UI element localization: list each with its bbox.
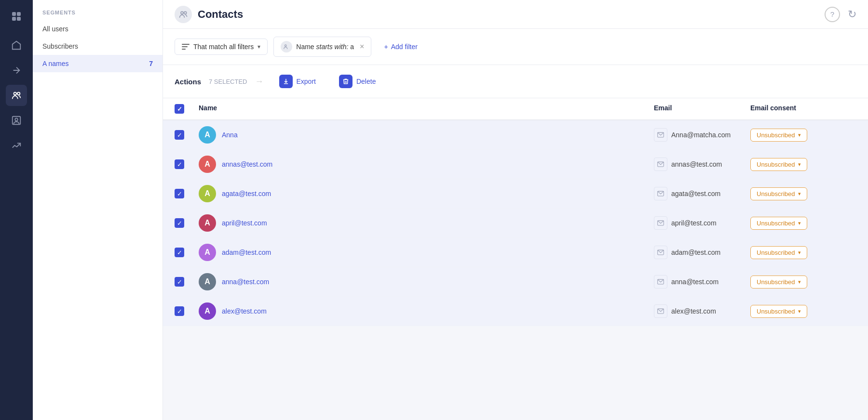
page-title: Contacts: [198, 8, 243, 21]
email-mini-icon-6[interactable]: [654, 275, 667, 289]
contact-name-4[interactable]: april@test.com: [222, 219, 267, 227]
consent-chevron-7: ▾: [798, 308, 801, 315]
consent-badge-6[interactable]: Unsubscribed ▾: [750, 276, 807, 289]
consent-badge-1[interactable]: Unsubscribed ▾: [750, 129, 807, 142]
email-cell-1: Anna@matcha.com: [654, 128, 750, 142]
table-row: ✓ A adam@test.com adam@test.com Unsubscr…: [163, 238, 868, 267]
nav-icon-contact-detail[interactable]: [6, 110, 27, 131]
export-button[interactable]: Export: [271, 71, 324, 92]
consent-chevron-4: ▾: [798, 220, 801, 226]
add-filter-label: Add filter: [391, 43, 418, 51]
nav-icon-home[interactable]: [6, 35, 27, 56]
col-email: Email: [654, 104, 750, 114]
filter-match-dropdown[interactable]: That match all filters ▾: [175, 39, 268, 55]
consent-label-5: Unsubscribed: [757, 249, 795, 256]
contact-name-1[interactable]: Anna: [222, 131, 238, 139]
email-mini-icon-2[interactable]: [654, 158, 667, 171]
email-mini-icon-4[interactable]: [654, 216, 667, 230]
email-value-5: adam@test.com: [671, 249, 720, 256]
name-cell-5: A adam@test.com: [199, 244, 654, 261]
table-row: ✓ A agata@test.com agata@test.com Unsubs…: [163, 179, 868, 209]
row-checkbox-6[interactable]: ✓: [175, 277, 184, 287]
consent-chevron-6: ▾: [798, 279, 801, 285]
email-mini-icon-3[interactable]: [654, 187, 667, 200]
email-cell-5: adam@test.com: [654, 246, 750, 259]
contact-name-5[interactable]: adam@test.com: [222, 249, 271, 256]
name-cell-2: A annas@test.com: [199, 156, 654, 173]
row-checkbox-5[interactable]: ✓: [175, 248, 184, 257]
export-icon: [279, 75, 293, 88]
filter-chip-icon: [281, 41, 292, 52]
email-cell-6: anna@test.com: [654, 275, 750, 289]
email-value-1: Anna@matcha.com: [671, 131, 731, 139]
header-left: Contacts: [175, 6, 243, 23]
consent-badge-5[interactable]: Unsubscribed ▾: [750, 246, 807, 259]
row-checkbox-7[interactable]: ✓: [175, 306, 184, 316]
consent-badge-4[interactable]: Unsubscribed ▾: [750, 217, 807, 230]
table-header: ✓ Name Email Email consent: [163, 98, 868, 120]
consent-chevron-2: ▾: [798, 161, 801, 168]
contact-name-7[interactable]: alex@test.com: [222, 307, 267, 315]
svg-point-8: [181, 12, 183, 14]
svg-rect-1: [17, 12, 21, 16]
row-checkbox-1[interactable]: ✓: [175, 130, 184, 140]
filter-dropdown-chevron: ▾: [258, 43, 260, 50]
row-checkbox-3[interactable]: ✓: [175, 189, 184, 198]
consent-label-1: Unsubscribed: [757, 131, 795, 139]
consent-cell-3: Unsubscribed ▾: [750, 187, 856, 200]
contact-name-6[interactable]: anna@test.com: [222, 278, 269, 286]
consent-badge-2[interactable]: Unsubscribed ▾: [750, 158, 807, 171]
sidebar: SEGMENTS All users Subscribers A names 7: [33, 0, 163, 420]
consent-cell-6: Unsubscribed ▾: [750, 276, 856, 289]
name-cell-3: A agata@test.com: [199, 185, 654, 202]
name-cell-6: A anna@test.com: [199, 273, 654, 290]
export-label: Export: [297, 78, 316, 85]
delete-icon: [339, 75, 353, 88]
consent-badge-7[interactable]: Unsubscribed ▾: [750, 305, 807, 318]
consent-label-3: Unsubscribed: [757, 190, 795, 197]
nav-icon-contacts[interactable]: [6, 85, 27, 106]
col-consent: Email consent: [750, 104, 856, 114]
row-checkbox-2[interactable]: ✓: [175, 159, 184, 169]
table-row: ✓ A april@test.com april@test.com Unsubs…: [163, 209, 868, 238]
table-row: ✓ A Anna Anna@matcha.com Unsubscribed ▾: [163, 120, 868, 150]
consent-cell-1: Unsubscribed ▾: [750, 129, 856, 142]
delete-button[interactable]: Delete: [331, 71, 383, 92]
sidebar-item-subscribers[interactable]: Subscribers: [33, 38, 163, 55]
email-mini-icon-1[interactable]: [654, 128, 667, 142]
svg-point-4: [14, 92, 17, 95]
consent-chevron-3: ▾: [798, 191, 801, 197]
avatar-7: A: [199, 302, 216, 320]
table-row: ✓ A alex@test.com alex@test.com Unsubscr…: [163, 297, 868, 326]
nav-icon-campaigns[interactable]: [6, 60, 27, 81]
sidebar-badge-count: 7: [149, 60, 153, 67]
email-value-4: april@test.com: [671, 219, 717, 227]
add-filter-button[interactable]: + Add filter: [377, 39, 424, 54]
consent-chevron-1: ▾: [798, 132, 801, 138]
nav-icon-analytics[interactable]: [6, 135, 27, 156]
name-cell-1: A Anna: [199, 126, 654, 144]
email-mini-icon-7[interactable]: [654, 304, 667, 318]
select-all-checkbox[interactable]: ✓: [175, 104, 184, 114]
filter-lines-icon: [182, 44, 190, 50]
contact-name-2[interactable]: annas@test.com: [222, 160, 272, 168]
refresh-icon[interactable]: ↻: [848, 8, 856, 21]
consent-badge-3[interactable]: Unsubscribed ▾: [750, 187, 807, 200]
consent-label-4: Unsubscribed: [757, 220, 795, 227]
row-checkbox-4[interactable]: ✓: [175, 218, 184, 228]
filter-chip-close[interactable]: ×: [360, 42, 364, 51]
email-value-2: annas@test.com: [671, 160, 722, 168]
consent-chevron-5: ▾: [798, 249, 801, 256]
contact-name-3[interactable]: agata@test.com: [222, 190, 271, 197]
table-rows: ✓ A Anna Anna@matcha.com Unsubscribed ▾ …: [163, 120, 868, 326]
main-area: Contacts ? ↻ That match all filters ▾: [163, 0, 868, 420]
contacts-table: ✓ Name Email Email consent ✓ A Anna Anna…: [163, 98, 868, 326]
consent-label-7: Unsubscribed: [757, 308, 795, 315]
help-icon[interactable]: ?: [825, 7, 840, 22]
sidebar-item-a-names[interactable]: A names 7: [33, 55, 163, 72]
email-mini-icon-5[interactable]: [654, 246, 667, 259]
sidebar-item-all-users[interactable]: All users: [33, 20, 163, 38]
nav-icon-logo[interactable]: [6, 6, 27, 27]
consent-cell-2: Unsubscribed ▾: [750, 158, 856, 171]
svg-rect-2: [12, 17, 16, 21]
